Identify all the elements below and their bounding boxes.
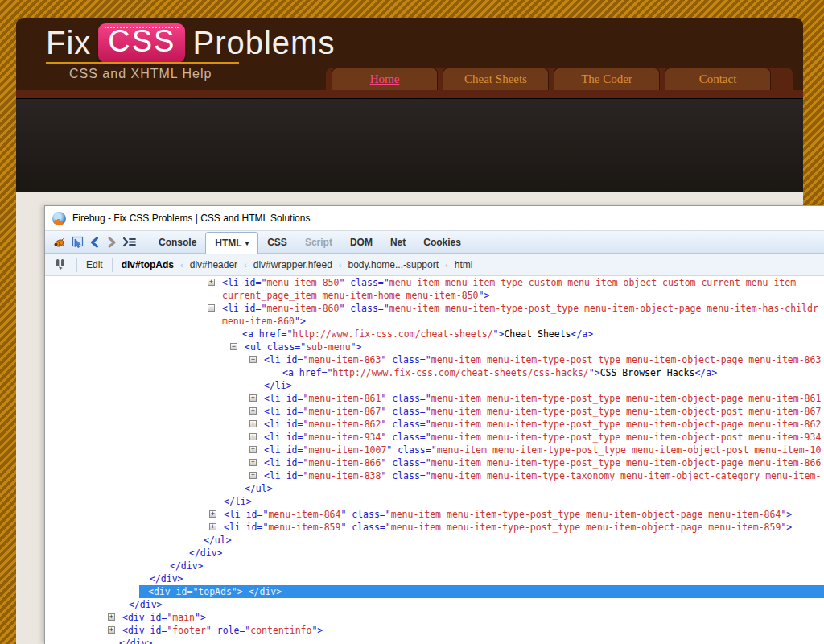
collapse-icon[interactable]: − [249, 356, 257, 363]
code-line[interactable]: −<li id="menu-item-860" class="menu-item… [45, 302, 824, 315]
breadcrumb-item[interactable]: body.home...-support [347, 259, 441, 270]
code-line[interactable]: current_page_item menu-item-home menu-it… [45, 289, 824, 302]
code-text: </li> [264, 379, 292, 392]
breadcrumb-item[interactable]: div#header [188, 259, 239, 270]
code-line[interactable]: +<li id="menu-item-867" class="menu-item… [45, 405, 824, 418]
code-line[interactable]: <a href="http://www.fix-css.com/cheat-sh… [45, 366, 824, 379]
firebug-titlebar[interactable]: Firebug - Fix CSS Problems | CSS and HTM… [45, 206, 824, 230]
expand-icon[interactable]: + [249, 394, 257, 402]
header-bottom-strip [16, 90, 803, 98]
code-line[interactable]: </li> [45, 495, 824, 508]
code-line-selected[interactable]: <div id="topAds"> </div> [45, 585, 824, 598]
expand-icon[interactable]: + [108, 613, 115, 621]
code-line[interactable]: menu-item-860"> [45, 315, 824, 328]
breadcrumb-item[interactable]: div#wrapper.hfeed [252, 259, 334, 270]
nav-tab-contact[interactable]: Contact [665, 68, 771, 90]
expand-icon[interactable]: + [209, 523, 216, 530]
code-text: <li id="menu-item-867" class="menu-item … [264, 405, 821, 418]
banner-area [16, 98, 803, 192]
code-text: </div> [170, 559, 204, 572]
nav-tab-home[interactable]: Home [332, 68, 438, 90]
nav-tab-label: The Coder [581, 72, 632, 86]
firefox-icon [52, 212, 66, 225]
code-line[interactable]: +<div id="main"> [45, 611, 824, 624]
breadcrumb-item[interactable]: div#topAds [120, 259, 175, 270]
firebug-tab-label: HTML [215, 237, 241, 249]
edit-button[interactable]: Edit [84, 259, 105, 270]
code-text: <li id="menu-item-859" class="menu-item … [224, 521, 792, 534]
break-on-mutate-icon[interactable] [52, 256, 69, 274]
firebug-tab-cookies[interactable]: Cookies [414, 231, 470, 253]
code-line[interactable]: +<li id="menu-item-866" class="menu-item… [45, 456, 824, 469]
code-line[interactable]: </li> [45, 379, 824, 392]
firebug-tab-net[interactable]: Net [381, 231, 414, 253]
code-line[interactable]: +<li id="menu-item-1007" class="menu-ite… [45, 444, 824, 456]
code-line[interactable]: </ul> [45, 482, 824, 495]
code-line[interactable]: −<ul class="sub-menu"> [45, 341, 824, 353]
code-line[interactable]: +<div id="footer" role="contentinfo"> [45, 624, 824, 637]
code-text: <li id="menu-item-863" class="menu-item … [264, 353, 821, 366]
code-line[interactable]: </div> [45, 559, 824, 572]
nav-tab-cheat-sheets[interactable]: Cheat Sheets [443, 68, 549, 90]
firebug-panel-tabs: ConsoleHTML▾CSSScriptDOMNetCookies [150, 231, 470, 253]
nav-tab-label: Contact [699, 72, 737, 86]
code-line[interactable]: </ul> [45, 534, 824, 547]
code-text: </div> [150, 572, 183, 585]
breadcrumb-separator [76, 258, 77, 272]
code-line[interactable]: </div> [45, 572, 824, 585]
breadcrumb-item[interactable]: html [453, 259, 475, 270]
firebug-tab-console[interactable]: Console [150, 231, 205, 253]
code-line[interactable]: −<li id="menu-item-863" class="menu-item… [45, 353, 824, 366]
tab-dropdown-caret-icon[interactable]: ▾ [245, 239, 249, 247]
expand-icon[interactable]: + [249, 407, 257, 415]
code-text: </div> [189, 547, 223, 559]
code-line[interactable]: +<li id="menu-item-862" class="menu-item… [45, 418, 824, 431]
forward-icon[interactable] [103, 233, 121, 251]
expand-icon[interactable]: + [249, 459, 257, 466]
code-line[interactable]: +<li id="menu-item-838" class="menu-item… [45, 469, 824, 482]
collapse-icon[interactable]: − [208, 304, 215, 312]
breadcrumb-chevron-icon: ‹ [180, 260, 183, 270]
firebug-tab-html[interactable]: HTML▾ [205, 232, 258, 254]
firebug-tab-label: Console [159, 237, 196, 248]
firebug-tab-css[interactable]: CSS [258, 231, 296, 253]
code-line[interactable]: </div> [45, 547, 824, 559]
code-text: </div> [119, 637, 153, 644]
expand-icon[interactable]: + [209, 510, 216, 518]
site-nav: HomeCheat SheetsThe CoderContact [326, 68, 793, 90]
firebug-tab-script[interactable]: Script [296, 231, 341, 253]
nav-tab-the-coder[interactable]: The Coder [554, 68, 660, 90]
firebug-tab-label: Net [390, 237, 406, 248]
code-line[interactable]: +<li id="menu-item-861" class="menu-item… [45, 392, 824, 405]
code-line[interactable]: +<li id="menu-item-934" class="menu-item… [45, 431, 824, 444]
expand-icon[interactable]: + [249, 420, 257, 427]
expand-icon[interactable]: + [208, 279, 215, 286]
code-line[interactable]: +<li id="menu-item-864" class="menu-item… [45, 508, 824, 521]
logo-fix-text: Fix [46, 25, 91, 61]
code-text: </ul> [204, 534, 232, 547]
expand-icon[interactable]: + [108, 626, 115, 634]
code-text: <li id="menu-item-838" class="menu-item … [264, 469, 821, 482]
code-line[interactable]: </div> [45, 637, 824, 644]
firebug-tab-label: CSS [267, 237, 287, 248]
expand-icon[interactable]: + [249, 472, 257, 479]
site-logo: Fix CSS Problems [46, 23, 335, 63]
back-icon[interactable] [85, 233, 103, 251]
code-line[interactable]: +<li id="menu-item-850" class="menu-item… [45, 276, 824, 289]
command-list-icon[interactable] [121, 233, 138, 251]
code-line[interactable]: <a href="http://www.fix-css.com/cheat-sh… [45, 328, 824, 341]
code-text: <li id="menu-item-866" class="menu-item … [264, 456, 821, 469]
code-line[interactable]: +<li id="menu-item-859" class="menu-item… [45, 521, 824, 534]
firebug-tab-dom[interactable]: DOM [341, 231, 381, 253]
inspect-icon[interactable] [68, 233, 85, 251]
code-text: <li id="menu-item-861" class="menu-item … [264, 392, 821, 405]
collapse-icon[interactable]: − [230, 343, 237, 350]
code-line[interactable]: </div> [45, 598, 824, 611]
code-text: <div id="footer" role="contentinfo"> [122, 624, 323, 637]
firebug-icon[interactable] [50, 233, 68, 251]
code-text: <a href="http://www.fix-css.com/cheat-sh… [282, 366, 717, 379]
expand-icon[interactable]: + [249, 433, 257, 440]
expand-icon[interactable]: + [249, 446, 257, 453]
firebug-tab-label: Cookies [423, 237, 461, 248]
firebug-tab-label: Script [305, 237, 332, 248]
